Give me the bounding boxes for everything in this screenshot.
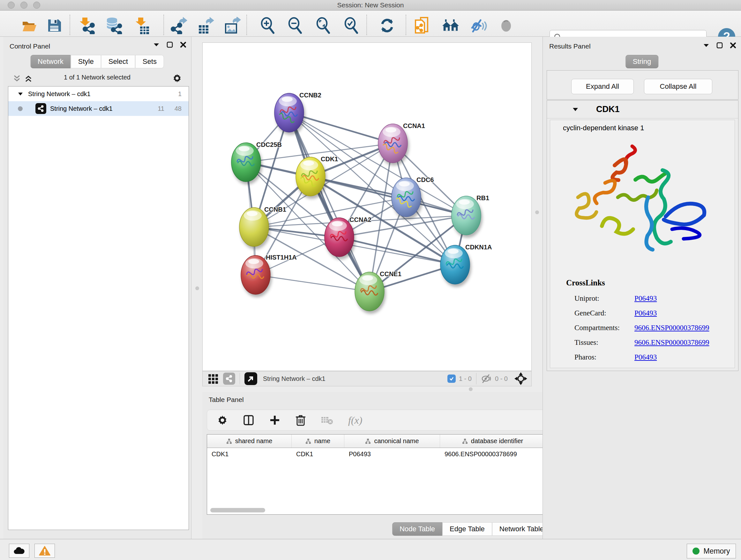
right-splitter-handle[interactable] [535,210,539,214]
node-CCNB1[interactable] [239,207,269,246]
toolbar-separator [476,373,476,384]
edge-HIST1H1A-CCNE1[interactable] [256,275,369,292]
status-bar: Memory [0,539,741,560]
network-node-count: 11 [158,105,164,112]
cloud-services-button[interactable] [9,544,29,558]
import-network-file-button[interactable] [78,17,96,35]
crosslink-link[interactable]: P06493 [634,309,657,317]
show-columns-icon[interactable] [243,415,254,426]
column-header-label: shared name [235,437,273,445]
tab-network[interactable]: Network [30,55,71,68]
hidden-elements-icon[interactable] [481,374,492,383]
fit-center-crosshair-icon[interactable] [514,372,528,385]
first-neighbors-button[interactable] [442,17,460,35]
apply-preferred-layout-icon [379,17,395,34]
table-options-gear-icon[interactable] [217,415,228,426]
zoom-out-button[interactable] [286,17,305,35]
show-all-button[interactable] [497,17,515,35]
crosslink-row: Pharos:P06493 [575,350,728,365]
export-table-icon [197,17,214,34]
open-in-new-window-icon[interactable] [245,372,257,385]
column-header-name[interactable]: name [292,435,344,448]
collection-expand-icon[interactable] [18,91,23,97]
zoom-fit-icon [315,17,332,34]
float-panel-icon[interactable] [153,41,160,48]
toolbar-separator [240,373,240,384]
node-label-CDC25B: CDC25B [256,141,282,148]
horizontal-scrollbar-thumb[interactable] [210,508,265,512]
hide-selected-button[interactable] [469,17,487,35]
open-session-icon [21,17,38,34]
node-CDK1[interactable] [296,157,325,196]
apply-preferred-layout-button[interactable] [378,17,396,35]
column-header-canonical-name[interactable]: canonical name [344,435,440,448]
network-collection-row[interactable]: String Network – cdk1 1 [8,86,189,101]
crosslink-link[interactable]: 9606.ENSP00000378699 [634,338,710,347]
tab-select[interactable]: Select [101,55,135,68]
edge-CCNB2-CCNE1[interactable] [289,113,369,292]
network-share-icon [36,103,46,114]
node-CDC25B[interactable] [231,143,261,182]
collapse-all-button[interactable]: Collapse All [644,79,712,94]
node-label-CDC6: CDC6 [416,176,434,183]
node-CCNB2[interactable] [274,93,304,132]
zoom-selected-button[interactable] [343,17,360,35]
birdseye-view-icon[interactable] [208,373,219,384]
column-header-database-identifier[interactable]: database identifier [440,435,545,448]
node-CCNE1[interactable] [355,272,384,311]
column-header-label: database identifier [471,437,523,445]
tab-style[interactable]: Style [71,55,101,68]
clone-network-button[interactable] [413,17,431,35]
tab-sets[interactable]: Sets [135,55,164,68]
crosslink-link[interactable]: 9606.ENSP00000378699 [634,324,710,332]
section-collapse-icon[interactable] [572,107,578,112]
node-CCNA2[interactable] [325,218,354,257]
first-neighbors-icon [442,17,460,34]
control-panel-window-controls [153,41,187,48]
close-panel-icon[interactable] [180,41,187,48]
network-row[interactable]: String Network – cdk1 11 48 [8,101,189,116]
node-CDC6[interactable] [392,178,421,217]
network-options-gear-icon[interactable] [172,73,182,83]
memory-button[interactable]: Memory [687,544,736,558]
results-panel-window-controls [703,42,737,49]
zoom-in-button[interactable] [259,17,277,35]
maximize-panel-icon[interactable] [166,41,173,48]
create-column-plus-icon[interactable] [269,415,280,426]
tab-edge-table[interactable]: Edge Table [442,522,492,536]
close-panel-icon[interactable] [730,42,737,49]
crosslink-link[interactable]: P06493 [634,294,657,303]
export-image-button[interactable] [223,17,241,35]
save-session-button[interactable] [45,17,63,35]
results-tab-string[interactable]: String [625,55,658,68]
network-canvas[interactable]: CCNB2CCNA1CDC25BCDK1CDC6RB1CCNB1CCNA2CDK… [202,43,532,371]
network-graph[interactable]: CCNB2CCNA1CDC25BCDK1CDC6RB1CCNB1CCNA2CDK… [203,43,531,371]
import-network-database-button[interactable] [105,17,123,35]
float-panel-icon[interactable] [703,42,710,49]
delete-column-trash-icon[interactable] [295,414,306,426]
node-CCNA1[interactable] [378,124,408,163]
import-table-file-button[interactable] [133,17,151,35]
export-network-button[interactable] [170,17,188,35]
tab-node-table[interactable]: Node Table [392,522,442,536]
node-HIST1H1A[interactable] [241,255,270,294]
network-type-icon[interactable] [223,373,235,385]
zoom-fit-button[interactable] [315,17,333,35]
expand-all-button[interactable]: Expand All [571,79,634,94]
node-RB1[interactable] [452,196,481,235]
save-session-icon [46,17,62,34]
bottom-splitter-handle[interactable] [469,387,473,391]
edge-CDK1-RB1[interactable] [311,177,466,215]
node-CDKN1A[interactable] [441,245,470,284]
open-session-button[interactable] [20,17,38,35]
left-splitter-handle[interactable] [195,287,199,290]
crosslink-row: Compartments:9606.ENSP00000378699 [575,320,728,335]
warnings-button[interactable] [35,544,55,558]
edge-CCNB2-CCNA1[interactable] [289,113,393,143]
maximize-panel-icon[interactable] [716,42,723,49]
export-table-button[interactable] [197,17,214,35]
protein-section-header[interactable]: CDK1 [547,101,738,118]
column-header-shared-name[interactable]: shared name [207,435,292,448]
selected-nodes-checkbox[interactable] [448,374,456,383]
crosslink-link[interactable]: P06493 [634,353,657,361]
